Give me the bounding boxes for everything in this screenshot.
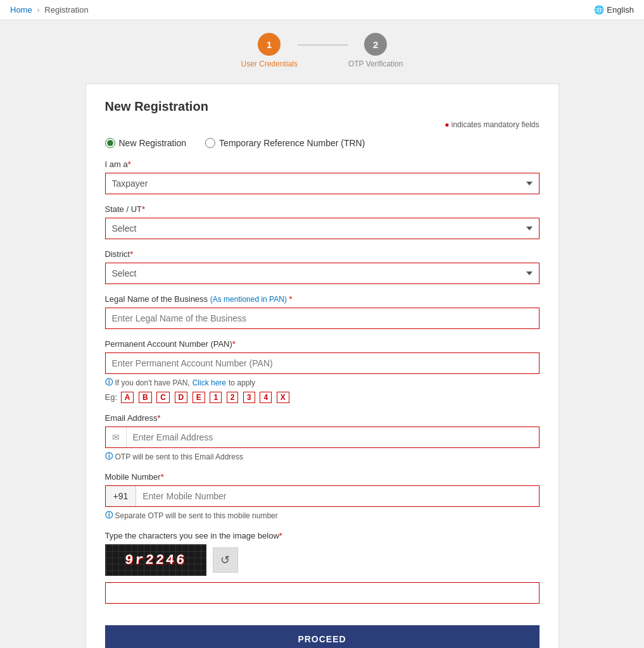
mobile-wrapper: +91	[105, 485, 540, 507]
mandatory-note: ● indicates mandatory fields	[105, 120, 540, 129]
pan-field-group: Permanent Account Number (PAN)* ⓘ If you…	[105, 339, 540, 403]
email-input[interactable]	[127, 427, 539, 447]
pan-info-suffix: to apply	[229, 378, 255, 387]
trn-radio-label[interactable]: Temporary Reference Number (TRN)	[205, 138, 365, 148]
state-select[interactable]: Select	[105, 218, 540, 239]
registration-type-row: New Registration Temporary Reference Num…	[105, 138, 540, 148]
iam-label: I am a*	[105, 159, 540, 169]
legal-name-input[interactable]	[105, 308, 540, 329]
captcha-image: 9r2246	[105, 544, 206, 576]
pan-info-prefix: If you don't have PAN,	[115, 378, 190, 387]
mobile-input[interactable]	[136, 486, 538, 506]
pan-eg-label: Eg:	[105, 392, 118, 402]
stepper-step1: 1 User Credentials	[241, 33, 298, 68]
trn-radio[interactable]	[205, 138, 215, 148]
mobile-info-text: ⓘ Separate OTP will be sent to this mobi…	[105, 510, 540, 521]
captcha-input[interactable]	[105, 582, 540, 604]
pan-char-D: D	[175, 392, 188, 403]
email-wrapper: ✉	[105, 427, 540, 448]
breadcrumb-sep: ›	[37, 5, 39, 15]
pan-char-4: 4	[260, 392, 272, 403]
iam-select[interactable]: Taxpayer Tax Deductor Tax Collector GST …	[105, 173, 540, 194]
new-registration-radio[interactable]	[105, 138, 115, 148]
captcha-refresh-button[interactable]: ↺	[213, 547, 238, 573]
pan-char-X: X	[277, 392, 289, 403]
email-label: Email Address*	[105, 413, 540, 423]
pan-info-text: ⓘ If you don't have PAN, Click here to a…	[105, 377, 540, 388]
state-field-group: State / UT* Select	[105, 204, 540, 239]
legal-name-label: Legal Name of the Business (As mentioned…	[105, 294, 540, 304]
mobile-prefix: +91	[106, 486, 137, 506]
captcha-label: Type the characters you see in the image…	[105, 531, 540, 540]
pan-click-here-link[interactable]: Click here	[193, 378, 226, 387]
trn-radio-text: Temporary Reference Number (TRN)	[219, 138, 365, 148]
captcha-wrapper: 9r2246 ↺	[105, 544, 540, 576]
mandatory-dot: ●	[445, 120, 449, 129]
captcha-field-group: Type the characters you see in the image…	[105, 531, 540, 604]
captcha-text: 9r2246	[124, 552, 187, 568]
new-registration-radio-text: New Registration	[119, 138, 187, 148]
info-icon-pan: ⓘ	[105, 377, 113, 388]
pan-char-1: 1	[210, 392, 222, 403]
pan-char-E: E	[193, 392, 205, 403]
breadcrumb-current: Registration	[44, 5, 88, 15]
page-title: New Registration	[105, 99, 540, 114]
step2-circle: 2	[364, 33, 387, 56]
pan-char-2: 2	[227, 392, 239, 403]
form-container: New Registration ● indicates mandatory f…	[85, 84, 559, 648]
step2-label: OTP Verification	[348, 59, 403, 68]
language-selector[interactable]: 🌐 English	[594, 5, 634, 15]
pan-char-3: 3	[243, 392, 255, 403]
step1-circle: 1	[258, 33, 281, 56]
legal-name-field-group: Legal Name of the Business (As mentioned…	[105, 294, 540, 329]
main-content: 1 User Credentials 2 OTP Verification Ne…	[75, 20, 569, 648]
mobile-label: Mobile Number*	[105, 472, 540, 482]
district-select[interactable]: Select	[105, 263, 540, 284]
pan-char-B: B	[139, 392, 152, 403]
home-link[interactable]: Home	[10, 5, 32, 15]
proceed-button[interactable]: PROCEED	[105, 625, 540, 648]
step1-label: User Credentials	[241, 59, 298, 68]
state-label: State / UT*	[105, 204, 540, 214]
iam-field-group: I am a* Taxpayer Tax Deductor Tax Collec…	[105, 159, 540, 194]
pan-example: Eg: A B C D E 1 2 3 4 X	[105, 392, 540, 403]
pan-char-A: A	[121, 392, 134, 403]
district-field-group: District* Select	[105, 249, 540, 284]
legal-name-sub: (As mentioned in PAN)	[210, 295, 287, 304]
info-icon-email: ⓘ	[105, 451, 113, 462]
globe-icon: 🌐	[594, 5, 604, 15]
language-label: English	[607, 5, 634, 15]
pan-label: Permanent Account Number (PAN)*	[105, 339, 540, 349]
top-nav: Home › Registration 🌐 English	[0, 0, 644, 20]
email-field-group: Email Address* ✉ ⓘ OTP will be sent to t…	[105, 413, 540, 462]
email-icon: ✉	[106, 427, 127, 447]
stepper-step2: 2 OTP Verification	[348, 33, 403, 68]
mobile-field-group: Mobile Number* +91 ⓘ Separate OTP will b…	[105, 472, 540, 521]
new-registration-radio-label[interactable]: New Registration	[105, 138, 187, 148]
pan-char-C: C	[156, 392, 170, 403]
pan-input[interactable]	[105, 352, 540, 374]
breadcrumb: Home › Registration	[10, 5, 89, 15]
email-info-text: ⓘ OTP will be sent to this Email Address	[105, 451, 540, 462]
stepper-line	[298, 44, 348, 46]
stepper: 1 User Credentials 2 OTP Verification	[85, 33, 559, 68]
info-icon-mobile: ⓘ	[105, 510, 113, 521]
district-label: District*	[105, 249, 540, 259]
